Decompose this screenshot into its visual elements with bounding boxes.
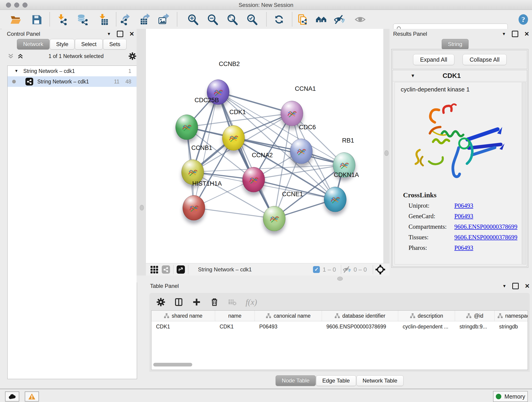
show-columns-icon[interactable] bbox=[174, 298, 183, 307]
tab-network-table[interactable]: Network Table bbox=[356, 375, 404, 386]
refresh-layout-button[interactable] bbox=[273, 13, 285, 26]
crosslink-value-link[interactable]: 9606.ENSP00000378699 bbox=[454, 234, 517, 241]
column-header-namespace[interactable]: namespace bbox=[495, 311, 528, 321]
collapse-all-button[interactable]: Collapse All bbox=[462, 54, 507, 65]
column-header-name[interactable]: name bbox=[215, 311, 255, 321]
table-cell[interactable]: 9606.ENSP00000378699 bbox=[322, 321, 398, 332]
table-cell[interactable]: stringdb:9... bbox=[455, 321, 495, 332]
left-splitter[interactable] bbox=[137, 29, 146, 275]
collapse-all-chevron-icon[interactable] bbox=[7, 53, 14, 60]
table-row[interactable]: CDK1CDK1P064939606.ENSP00000378699cyclin… bbox=[152, 321, 528, 332]
node-CDC6[interactable] bbox=[290, 139, 312, 164]
crosslink-value-link[interactable]: P06493 bbox=[454, 213, 473, 220]
detach-view-button[interactable] bbox=[177, 265, 185, 274]
network-view-canvas[interactable]: CCNB2CCNA1CDC25BCDK1CDC6RB1CCNB1CCNA2CDK… bbox=[146, 29, 383, 263]
column-header-description[interactable]: description bbox=[398, 311, 455, 321]
node-HIST1H1A[interactable] bbox=[183, 195, 205, 220]
column-header-canonical-name[interactable]: canonical name bbox=[255, 311, 322, 321]
tab-string[interactable]: String bbox=[442, 39, 469, 50]
expand-all-button[interactable]: Expand All bbox=[413, 54, 454, 65]
help-button[interactable]: ? bbox=[517, 13, 529, 26]
panel-float-icon[interactable] bbox=[512, 283, 519, 289]
results-scrollbar[interactable] bbox=[522, 82, 526, 264]
application-window: Session: New Session bbox=[0, 0, 532, 402]
birdseye-crosshair-icon[interactable] bbox=[375, 264, 385, 274]
zoom-in-button[interactable] bbox=[187, 13, 199, 26]
tab-style[interactable]: Style bbox=[50, 39, 75, 50]
network-row-selected[interactable]: String Network – cdk1 11 48 bbox=[7, 76, 137, 87]
memory-button[interactable]: Memory bbox=[493, 391, 528, 402]
column-header-@id[interactable]: @id bbox=[455, 311, 495, 321]
export-network-button[interactable] bbox=[119, 13, 131, 26]
network-status-dot-icon bbox=[12, 80, 16, 83]
tab-network[interactable]: Network bbox=[17, 39, 50, 50]
selected-checkbox-icon[interactable]: ✓ bbox=[313, 266, 320, 273]
cloud-status-button[interactable] bbox=[5, 391, 19, 402]
panel-close-icon[interactable]: ✕ bbox=[524, 32, 529, 36]
node-CDC25B[interactable] bbox=[176, 115, 198, 140]
collection-count: 1 bbox=[128, 68, 131, 74]
export-image-button[interactable] bbox=[158, 13, 170, 26]
crosslink-value-link[interactable]: 9606.ENSP00000378699 bbox=[454, 223, 517, 230]
hide-selected-button[interactable] bbox=[333, 13, 345, 26]
panel-menu-icon[interactable]: ▼ bbox=[502, 32, 506, 36]
table-horizontal-scrollbar[interactable] bbox=[153, 363, 192, 366]
crosslink-value-link[interactable]: P06493 bbox=[454, 244, 473, 251]
node-CCNA1[interactable] bbox=[281, 101, 303, 126]
network-collection-row[interactable]: ▼ String Network – cdk1 1 bbox=[7, 66, 137, 76]
zoom-out-button[interactable] bbox=[207, 13, 219, 26]
clone-network-button[interactable] bbox=[297, 13, 309, 26]
delete-column-icon[interactable] bbox=[210, 298, 219, 307]
panel-float-icon[interactable] bbox=[512, 31, 518, 37]
table-cell[interactable]: CDK1 bbox=[215, 321, 255, 332]
table-cell[interactable]: CDK1 bbox=[152, 321, 215, 332]
open-session-button[interactable] bbox=[10, 13, 22, 26]
node-CDK1[interactable] bbox=[222, 125, 245, 151]
tab-select[interactable]: Select bbox=[75, 39, 103, 50]
node-CDKN1A[interactable] bbox=[324, 187, 346, 212]
birdseye-grid-icon[interactable] bbox=[151, 266, 158, 274]
table-settings-gear-icon[interactable] bbox=[156, 298, 165, 307]
column-label: shared name bbox=[172, 313, 202, 319]
panel-close-icon[interactable]: ✕ bbox=[525, 283, 530, 288]
fit-content-button[interactable] bbox=[226, 13, 238, 26]
network-options-gear-icon[interactable] bbox=[128, 52, 137, 60]
table-cell[interactable]: P06493 bbox=[255, 321, 322, 332]
column-header-database-identifier[interactable]: database identifier bbox=[322, 311, 398, 321]
edge-HIST1H1A-CCNE1[interactable] bbox=[194, 208, 274, 218]
table-cell[interactable]: stringdb bbox=[495, 321, 528, 332]
tab-edge-table[interactable]: Edge Table bbox=[316, 375, 356, 386]
node-table[interactable]: shared namenamecanonical namedatabase id… bbox=[151, 310, 528, 370]
import-network-file-button[interactable] bbox=[56, 13, 68, 26]
save-session-button[interactable] bbox=[31, 13, 43, 26]
warnings-button[interactable] bbox=[25, 391, 39, 402]
crosslink-value-link[interactable]: P06493 bbox=[454, 202, 473, 209]
table-cell[interactable]: cyclin-dependent ... bbox=[398, 321, 455, 332]
horizontal-splitter-handle[interactable] bbox=[337, 277, 343, 281]
node-CCNE1[interactable] bbox=[263, 206, 285, 231]
panel-float-icon[interactable] bbox=[117, 31, 123, 37]
warning-icon bbox=[28, 393, 36, 400]
tab-node-table[interactable]: Node Table bbox=[276, 375, 316, 386]
expand-all-chevron-icon[interactable] bbox=[17, 53, 24, 60]
tab-sets[interactable]: Sets bbox=[103, 39, 127, 50]
import-table-button[interactable] bbox=[97, 13, 109, 26]
right-splitter-handle[interactable] bbox=[385, 150, 389, 156]
horizontal-splitter[interactable] bbox=[137, 275, 532, 282]
protein-section-header[interactable]: ▼ CDK1 bbox=[393, 70, 527, 81]
zoom-selected-button[interactable] bbox=[246, 13, 258, 26]
panel-close-icon[interactable]: ✕ bbox=[129, 32, 134, 36]
panel-menu-icon[interactable]: ▼ bbox=[502, 284, 506, 288]
left-splitter-handle[interactable] bbox=[140, 205, 144, 211]
protein-thumbnail-icon bbox=[187, 167, 199, 179]
import-network-database-button[interactable] bbox=[76, 13, 89, 26]
node-CCNA2[interactable] bbox=[242, 167, 265, 192]
panel-menu-icon[interactable]: ▼ bbox=[107, 32, 111, 36]
add-column-icon[interactable] bbox=[192, 298, 201, 307]
export-table-button[interactable] bbox=[139, 13, 151, 26]
first-neighbors-button[interactable] bbox=[315, 13, 327, 26]
section-collapse-icon[interactable]: ▼ bbox=[411, 73, 415, 78]
collection-expand-icon[interactable]: ▼ bbox=[14, 69, 18, 73]
memory-status-icon bbox=[496, 394, 501, 399]
column-header-shared-name[interactable]: shared name bbox=[152, 311, 215, 321]
